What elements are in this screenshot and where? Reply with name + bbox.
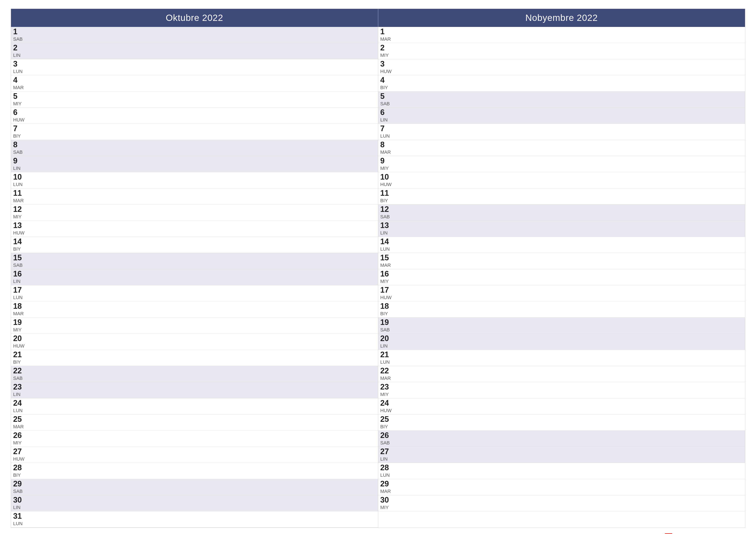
day-row-1-8: 9MIY (378, 156, 745, 172)
day-name-0-0: SAB (13, 37, 28, 42)
day-number-0-16: 17 (13, 286, 28, 294)
brand-text: CALENDAR (675, 532, 743, 534)
day-row-0-26: 27HUW (11, 447, 378, 463)
day-row-0-13: 14BIY (11, 237, 378, 253)
day-number-1-21: 22 (380, 367, 395, 375)
day-name-0-18: MIY (13, 327, 28, 333)
day-row-0-2: 3LUN (11, 59, 378, 75)
day-info-1-27: 28LUN (380, 464, 395, 478)
day-name-1-4: SAB (380, 101, 395, 107)
day-name-1-11: SAB (380, 214, 395, 220)
day-info-0-19: 20HUW (13, 335, 28, 349)
day-info-1-28: 29MAR (380, 480, 395, 494)
day-name-1-22: MIY (380, 392, 395, 397)
day-info-1-23: 24HUW (380, 399, 395, 414)
day-row-1-0: 1MAR (378, 27, 745, 43)
day-number-1-22: 23 (380, 383, 395, 391)
day-number-0-0: 1 (13, 28, 28, 36)
day-number-1-27: 28 (380, 464, 395, 471)
day-name-0-1: LIN (13, 53, 28, 58)
day-row-0-27: 28BIY (11, 463, 378, 479)
day-number-1-8: 9 (380, 157, 395, 165)
day-name-1-7: MAR (380, 149, 395, 155)
day-row-0-29: 30LIN (11, 495, 378, 511)
day-info-1-10: 11BIY (380, 189, 395, 203)
day-info-1-20: 21LUN (380, 351, 395, 365)
day-row-1-26: 27LIN (378, 447, 745, 463)
day-number-0-27: 28 (13, 464, 28, 471)
day-number-1-6: 7 (380, 125, 395, 132)
day-number-1-4: 5 (380, 92, 395, 100)
day-name-1-15: MIY (380, 279, 395, 284)
day-name-0-24: MAR (13, 424, 28, 430)
day-name-0-2: LUN (13, 69, 28, 74)
day-number-0-14: 15 (13, 254, 28, 262)
day-info-1-16: 17HUW (380, 286, 395, 300)
day-row-0-17: 18MAR (11, 301, 378, 318)
day-info-1-26: 27LIN (380, 448, 395, 462)
day-number-0-10: 11 (13, 189, 28, 197)
day-row-0-14: 15SAB (11, 253, 378, 269)
day-row-1-5: 6LIN (378, 108, 745, 124)
day-name-1-28: MAR (380, 489, 395, 494)
day-info-1-29: 30MIY (380, 496, 395, 510)
day-info-1-2: 3HUW (380, 60, 395, 74)
day-info-0-23: 24LUN (13, 399, 28, 414)
day-info-0-10: 11MAR (13, 189, 28, 203)
day-number-1-15: 16 (380, 270, 395, 278)
day-name-0-9: LUN (13, 182, 28, 187)
day-number-1-17: 18 (380, 302, 395, 310)
day-name-0-30: LUN (13, 521, 28, 526)
day-name-1-25: SAB (380, 440, 395, 446)
day-info-0-25: 26MIY (13, 431, 28, 446)
day-row-0-11: 12MIY (11, 205, 378, 221)
day-number-0-30: 31 (13, 512, 28, 520)
day-info-0-20: 21BIY (13, 351, 28, 365)
day-info-1-4: 5SAB (380, 92, 395, 107)
day-name-0-17: MAR (13, 311, 28, 317)
day-info-0-18: 19MIY (13, 318, 28, 333)
day-row-1-25: 26SAB (378, 431, 745, 447)
day-row-1-20: 21LUN (378, 350, 745, 366)
day-info-1-13: 14LUN (380, 238, 395, 252)
day-row-0-18: 19MIY (11, 318, 378, 334)
day-number-1-29: 30 (380, 496, 395, 504)
day-info-0-7: 8SAB (13, 141, 28, 155)
day-info-1-6: 7LUN (380, 125, 395, 139)
day-number-1-23: 24 (380, 399, 395, 407)
day-info-1-24: 25BIY (380, 415, 395, 430)
day-number-0-12: 13 (13, 221, 28, 229)
day-name-0-21: SAB (13, 375, 28, 381)
day-row-0-24: 25MAR (11, 415, 378, 431)
day-number-0-5: 6 (13, 109, 28, 116)
day-number-0-3: 4 (13, 76, 28, 84)
day-row-1-27: 28LUN (378, 463, 745, 479)
month-header-0: Oktubre 2022 (11, 9, 378, 27)
day-info-0-28: 29SAB (13, 480, 28, 494)
day-row-1-11: 12SAB (378, 205, 745, 221)
day-row-1-22: 23MIY (378, 382, 745, 398)
day-info-0-6: 7BIY (13, 125, 28, 139)
day-number-1-12: 13 (380, 221, 395, 229)
day-row-1-23: 24HUW (378, 398, 745, 415)
day-name-1-6: LUN (380, 133, 395, 139)
day-name-1-8: MIY (380, 165, 395, 171)
day-info-1-0: 1MAR (380, 28, 395, 42)
day-row-0-6: 7BIY (11, 124, 378, 140)
day-row-1-24: 25BIY (378, 415, 745, 431)
day-name-1-24: BIY (380, 424, 395, 430)
day-number-0-2: 3 (13, 60, 28, 68)
day-number-0-4: 5 (13, 92, 28, 100)
day-number-1-11: 12 (380, 205, 395, 213)
day-row-0-5: 6HUW (11, 108, 378, 124)
day-number-0-21: 22 (13, 367, 28, 375)
day-name-1-27: LUN (380, 472, 395, 478)
day-name-1-3: BIY (380, 85, 395, 90)
day-info-0-11: 12MIY (13, 205, 28, 220)
day-row-1-4: 5SAB (378, 91, 745, 108)
day-number-0-13: 14 (13, 238, 28, 245)
day-number-0-22: 23 (13, 383, 28, 391)
day-row-0-7: 8SAB (11, 140, 378, 156)
day-info-0-4: 5MIY (13, 92, 28, 107)
day-number-0-7: 8 (13, 141, 28, 149)
